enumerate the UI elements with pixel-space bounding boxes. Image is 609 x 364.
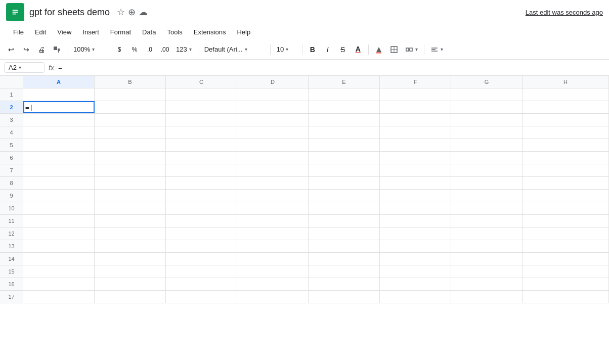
cell-d17[interactable] <box>237 291 309 303</box>
cell-c13[interactable] <box>166 240 237 252</box>
cell-d13[interactable] <box>237 240 309 252</box>
percent-button[interactable]: % <box>127 42 142 57</box>
cell-e10[interactable] <box>309 202 380 214</box>
cell-a3[interactable] <box>23 114 95 126</box>
cell-a15[interactable] <box>23 265 95 278</box>
col-header-b[interactable]: B <box>95 76 166 88</box>
cell-h9[interactable] <box>523 190 609 202</box>
cell-a2[interactable]: =| <box>23 101 95 113</box>
cell-d7[interactable] <box>237 164 309 176</box>
cell-b6[interactable] <box>95 152 166 164</box>
cell-g12[interactable] <box>451 228 523 240</box>
cell-g2[interactable] <box>451 101 523 113</box>
doc-title[interactable]: gpt for sheets demo <box>29 7 110 18</box>
paint-format-button[interactable] <box>50 42 64 57</box>
menu-help[interactable]: Help <box>232 26 255 38</box>
cell-f3[interactable] <box>380 114 451 126</box>
cell-a10[interactable] <box>23 202 95 214</box>
col-header-d[interactable]: D <box>237 76 309 88</box>
col-header-h[interactable]: H <box>523 76 609 88</box>
col-header-f[interactable]: F <box>380 76 451 88</box>
col-header-c[interactable]: C <box>166 76 237 88</box>
row-num-3[interactable]: 3 <box>0 114 23 126</box>
cell-e5[interactable] <box>309 139 380 151</box>
cell-e14[interactable] <box>309 253 380 265</box>
text-color-button[interactable]: A <box>351 42 365 57</box>
row-num-10[interactable]: 10 <box>0 202 23 214</box>
row-num-5[interactable]: 5 <box>0 139 23 151</box>
cell-d11[interactable] <box>237 215 309 227</box>
cell-e17[interactable] <box>309 291 380 303</box>
cell-d9[interactable] <box>237 190 309 202</box>
cell-f13[interactable] <box>380 240 451 252</box>
bold-button[interactable]: B <box>306 42 320 57</box>
row-num-9[interactable]: 9 <box>0 190 23 202</box>
cell-h10[interactable] <box>523 202 609 214</box>
cell-g15[interactable] <box>451 265 523 278</box>
row-num-6[interactable]: 6 <box>0 152 23 164</box>
cell-b1[interactable] <box>95 88 166 101</box>
col-header-a[interactable]: A <box>23 76 95 88</box>
cell-a13[interactable] <box>23 240 95 252</box>
cell-h2[interactable] <box>523 101 609 113</box>
cell-a11[interactable] <box>23 215 95 227</box>
cell-e4[interactable] <box>309 126 380 139</box>
cell-e9[interactable] <box>309 190 380 202</box>
cell-c14[interactable] <box>166 253 237 265</box>
cloud-icon[interactable]: ☁ <box>139 7 148 18</box>
cell-g1[interactable] <box>451 88 523 101</box>
cell-a8[interactable] <box>23 177 95 189</box>
fill-color-button[interactable] <box>372 42 386 57</box>
cell-g3[interactable] <box>451 114 523 126</box>
cell-e6[interactable] <box>309 152 380 164</box>
cell-f9[interactable] <box>380 190 451 202</box>
cell-f4[interactable] <box>380 126 451 139</box>
menu-edit[interactable]: Edit <box>30 26 51 38</box>
cell-a16[interactable] <box>23 278 95 290</box>
cell-f17[interactable] <box>380 291 451 303</box>
cell-f11[interactable] <box>380 215 451 227</box>
cell-d4[interactable] <box>237 126 309 139</box>
cell-d12[interactable] <box>237 228 309 240</box>
cell-a12[interactable] <box>23 228 95 240</box>
cell-e16[interactable] <box>309 278 380 290</box>
decimal-increase-button[interactable]: .00 <box>158 42 172 57</box>
cell-h8[interactable] <box>523 177 609 189</box>
cell-d14[interactable] <box>237 253 309 265</box>
cell-e12[interactable] <box>309 228 380 240</box>
cell-g4[interactable] <box>451 126 523 139</box>
cell-f2[interactable] <box>380 101 451 113</box>
cell-g5[interactable] <box>451 139 523 151</box>
cell-h17[interactable] <box>523 291 609 303</box>
cell-e2[interactable] <box>309 101 380 113</box>
cell-g11[interactable] <box>451 215 523 227</box>
cell-h13[interactable] <box>523 240 609 252</box>
last-edit[interactable]: Last edit was seconds ago <box>526 9 603 16</box>
cell-h11[interactable] <box>523 215 609 227</box>
cell-a6[interactable] <box>23 152 95 164</box>
cell-h14[interactable] <box>523 253 609 265</box>
formula-input[interactable]: = <box>58 64 605 71</box>
cell-f14[interactable] <box>380 253 451 265</box>
cell-g17[interactable] <box>451 291 523 303</box>
cell-b13[interactable] <box>95 240 166 252</box>
strikethrough-button[interactable]: S <box>336 42 350 57</box>
cell-b2[interactable] <box>95 101 166 113</box>
cell-c6[interactable] <box>166 152 237 164</box>
cell-d3[interactable] <box>237 114 309 126</box>
cell-a9[interactable] <box>23 190 95 202</box>
cell-b8[interactable] <box>95 177 166 189</box>
cell-b14[interactable] <box>95 253 166 265</box>
cell-a1[interactable] <box>23 88 95 101</box>
cell-b7[interactable] <box>95 164 166 176</box>
merge-cells-dropdown[interactable]: ▾ <box>402 42 421 57</box>
redo-button[interactable]: ↪ <box>19 42 33 57</box>
cell-b12[interactable] <box>95 228 166 240</box>
cell-c5[interactable] <box>166 139 237 151</box>
cell-f10[interactable] <box>380 202 451 214</box>
cell-g13[interactable] <box>451 240 523 252</box>
cell-b9[interactable] <box>95 190 166 202</box>
cell-c4[interactable] <box>166 126 237 139</box>
cell-b10[interactable] <box>95 202 166 214</box>
decimal-decrease-button[interactable]: .0 <box>143 42 157 57</box>
